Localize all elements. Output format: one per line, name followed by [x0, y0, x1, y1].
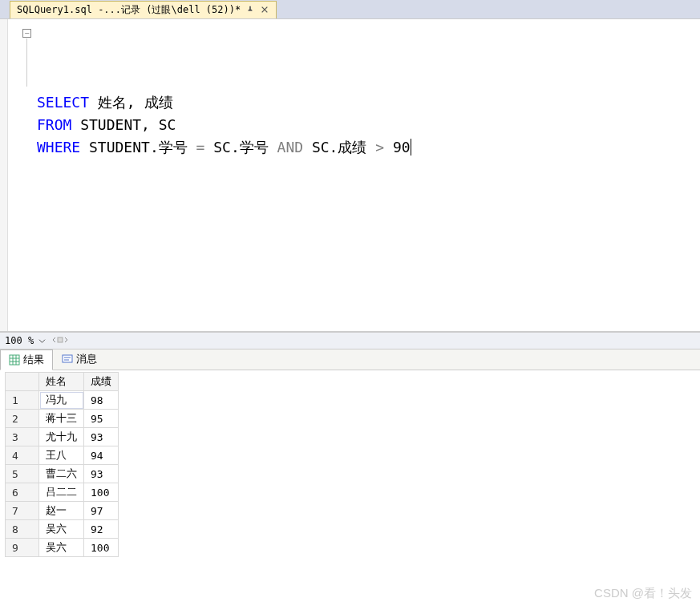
col-header[interactable]: 姓名 — [39, 373, 84, 391]
sql-keyword: SELECT — [37, 94, 89, 111]
zoom-bar: 100 % — [0, 332, 700, 349]
sql-number: 90 — [384, 139, 411, 156]
sql-operator: > — [375, 139, 384, 156]
table-row[interactable]: 1冯九98 — [6, 391, 119, 410]
grid-icon — [9, 354, 20, 366]
sql-text: SC.学号 — [204, 139, 277, 156]
pin-icon[interactable] — [245, 5, 255, 14]
col-header[interactable]: 成绩 — [84, 373, 119, 391]
cell[interactable]: 98 — [84, 391, 119, 410]
tab-title: SQLQuery1.sql -...记录 (过眼\dell (52))* — [17, 3, 241, 17]
fold-toggle-icon[interactable]: − — [22, 29, 31, 38]
row-number[interactable]: 3 — [6, 428, 39, 446]
cell[interactable]: 吕二二 — [39, 483, 84, 502]
tab-results-label: 结果 — [23, 353, 44, 367]
cell[interactable]: 冯九 — [39, 391, 84, 410]
messages-icon — [62, 354, 73, 365]
table-row[interactable]: 6吕二二100 — [6, 483, 119, 502]
svg-rect-0 — [58, 337, 63, 342]
row-number[interactable]: 4 — [6, 446, 39, 465]
cell[interactable]: 王八 — [39, 446, 84, 465]
cell[interactable]: 赵一 — [39, 502, 84, 520]
cell[interactable]: 蒋十三 — [39, 410, 84, 428]
cell[interactable]: 95 — [84, 410, 119, 428]
table-row[interactable]: 9吴六100 — [6, 539, 119, 557]
results-grid: 姓名 成绩 1冯九982蒋十三953尤十九934王八945曹二六936吕二二10… — [5, 372, 119, 557]
zoom-dropdown-icon[interactable] — [37, 336, 47, 345]
tab-messages-label: 消息 — [76, 352, 97, 366]
tab-bar: SQLQuery1.sql -...记录 (过眼\dell (52))* — [0, 0, 700, 19]
tab-results[interactable]: 结果 — [0, 349, 53, 370]
zoom-value: 100 % — [5, 335, 34, 346]
cell[interactable]: 97 — [84, 502, 119, 520]
table-row[interactable]: 7赵一97 — [6, 502, 119, 520]
row-number[interactable]: 6 — [6, 483, 39, 502]
cell[interactable]: 93 — [84, 428, 119, 446]
row-number[interactable]: 8 — [6, 520, 39, 539]
horizontal-scroll-thumb[interactable] — [53, 334, 67, 348]
table-row[interactable]: 4王八94 — [6, 446, 119, 465]
editor-gutter — [0, 19, 8, 331]
cell[interactable]: 92 — [84, 520, 119, 539]
row-number[interactable]: 2 — [6, 410, 39, 428]
sql-keyword: FROM — [37, 116, 71, 133]
results-tab-bar: 结果 消息 — [0, 349, 700, 370]
table-row[interactable]: 3尤十九93 — [6, 428, 119, 446]
cell[interactable]: 94 — [84, 446, 119, 465]
fold-line — [26, 38, 27, 87]
cell[interactable]: 100 — [84, 539, 119, 557]
sql-text: 姓名, 成绩 — [89, 94, 173, 111]
sql-operator: = — [196, 139, 205, 156]
cell[interactable]: 93 — [84, 465, 119, 483]
table-row[interactable]: 8吴六92 — [6, 520, 119, 539]
grid-corner[interactable] — [6, 373, 39, 391]
table-row[interactable]: 2蒋十三95 — [6, 410, 119, 428]
cell[interactable]: 吴六 — [39, 539, 84, 557]
row-number[interactable]: 9 — [6, 539, 39, 557]
sql-keyword: WHERE — [37, 139, 80, 156]
sql-keyword-and: AND — [277, 139, 304, 156]
row-number[interactable]: 1 — [6, 391, 39, 410]
sql-editor[interactable]: − SELECT 姓名, 成绩 FROM STUDENT, SC WHERE S… — [0, 19, 700, 332]
cell[interactable]: 吴六 — [39, 520, 84, 539]
table-row[interactable]: 5曹二六93 — [6, 465, 119, 483]
row-number[interactable]: 7 — [6, 502, 39, 520]
svg-rect-6 — [63, 355, 72, 362]
document-tab[interactable]: SQLQuery1.sql -...记录 (过眼\dell (52))* — [10, 1, 277, 18]
code-pane[interactable]: − SELECT 姓名, 成绩 FROM STUDENT, SC WHERE S… — [8, 19, 700, 331]
cell[interactable]: 100 — [84, 483, 119, 502]
svg-rect-1 — [10, 355, 19, 365]
close-icon[interactable] — [260, 5, 269, 14]
sql-text: STUDENT, SC — [71, 116, 176, 133]
cell[interactable]: 曹二六 — [39, 465, 84, 483]
sql-text: STUDENT.学号 — [80, 139, 196, 156]
row-number[interactable]: 5 — [6, 465, 39, 483]
tab-messages[interactable]: 消息 — [53, 349, 106, 370]
cell[interactable]: 尤十九 — [39, 428, 84, 446]
results-grid-area[interactable]: 姓名 成绩 1冯九982蒋十三953尤十九934王八945曹二六936吕二二10… — [0, 370, 700, 606]
sql-text: SC.成绩 — [303, 139, 375, 156]
